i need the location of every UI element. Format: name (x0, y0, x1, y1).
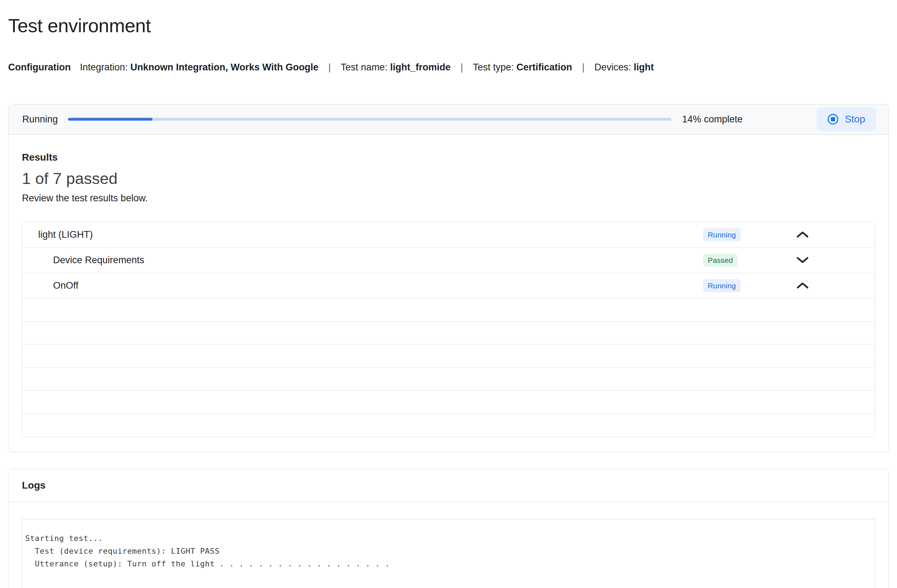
config-label: Configuration (8, 61, 71, 73)
logs-heading: Logs (9, 469, 888, 502)
status-badge: Running (703, 228, 741, 241)
logs-card: Logs Starting test... Test (device requi… (8, 469, 889, 588)
stop-button-label: Stop (845, 113, 865, 125)
chevron-cell (796, 231, 875, 239)
config-item-key: Devices: (595, 62, 634, 72)
config-item-key: Test name: (341, 62, 390, 72)
config-item-value: light_fromide (390, 62, 451, 72)
page: Test environment Configuration Integrati… (0, 14, 897, 588)
progress-row: Running 14% complete Stop (9, 104, 888, 135)
log-line: Starting test... (25, 532, 872, 545)
result-row[interactable]: light (LIGHT) Running (22, 222, 875, 248)
logs-body: Starting test... Test (device requiremen… (9, 502, 888, 588)
results-table: light (LIGHT) Running (22, 222, 875, 437)
config-item-value: Certification (516, 62, 572, 72)
chevron-up-icon[interactable] (796, 231, 809, 239)
chevron-up-icon[interactable] (796, 282, 809, 289)
result-row-name: Device Requirements (22, 255, 703, 266)
progress-bar (68, 118, 672, 121)
log-line: Utterance (setup): Turn off the light . … (25, 557, 872, 570)
config-separator: | (582, 61, 585, 73)
config-item: Devices: light (595, 61, 654, 73)
config-bar: Configuration Integration: Unknown Integ… (8, 61, 889, 73)
stop-button[interactable]: Stop (816, 107, 876, 131)
config-item-key: Integration: (80, 62, 130, 72)
status-badge-cell: Running (703, 279, 796, 292)
config-separator: | (328, 61, 331, 73)
progress-status-label: Running (22, 114, 58, 125)
config-item: Test type: Certification (473, 61, 572, 73)
results-subtitle: Review the test results below. (22, 192, 875, 204)
stop-icon (827, 113, 839, 125)
config-items: Integration: Unknown Integration, Works … (80, 61, 654, 73)
config-item: Integration: Unknown Integration, Works … (80, 61, 318, 73)
log-line: Test (device requirements): LIGHT PASS (25, 545, 872, 557)
status-badge-cell: Running (703, 228, 796, 241)
chevron-cell (796, 256, 875, 264)
empty-row (22, 368, 875, 390)
config-item-value: light (634, 62, 654, 72)
results-summary: 1 of 7 passed (22, 169, 875, 188)
results-body: Results 1 of 7 passed Review the test re… (9, 151, 888, 437)
log-output: Starting test... Test (device requiremen… (22, 519, 875, 588)
status-badge: Running (703, 279, 741, 292)
empty-row (22, 322, 875, 345)
config-item: Test name: light_fromide (341, 61, 451, 73)
empty-row (22, 390, 875, 413)
chevron-cell (796, 282, 875, 289)
status-badge-cell: Passed (703, 254, 796, 267)
results-heading: Results (22, 151, 875, 164)
progress-percent-label: 14% complete (682, 114, 816, 125)
config-separator: | (461, 61, 463, 73)
progress-fill (68, 118, 152, 121)
chevron-down-icon[interactable] (796, 256, 809, 264)
page-title: Test environment (8, 14, 889, 37)
results-card: Running 14% complete Stop Results 1 of 7… (8, 104, 889, 452)
result-row-name: light (LIGHT) (22, 229, 703, 240)
empty-row (22, 345, 875, 368)
result-row[interactable]: Device Requirements Passed (22, 248, 875, 273)
result-row-name: OnOff (22, 280, 703, 291)
status-badge: Passed (703, 254, 738, 267)
config-item-value: Unknown Integration, Works With Google (130, 62, 319, 72)
empty-row (22, 299, 875, 322)
result-row[interactable]: OnOff Running (22, 273, 875, 299)
empty-row (22, 413, 875, 436)
config-item-key: Test type: (473, 62, 516, 72)
